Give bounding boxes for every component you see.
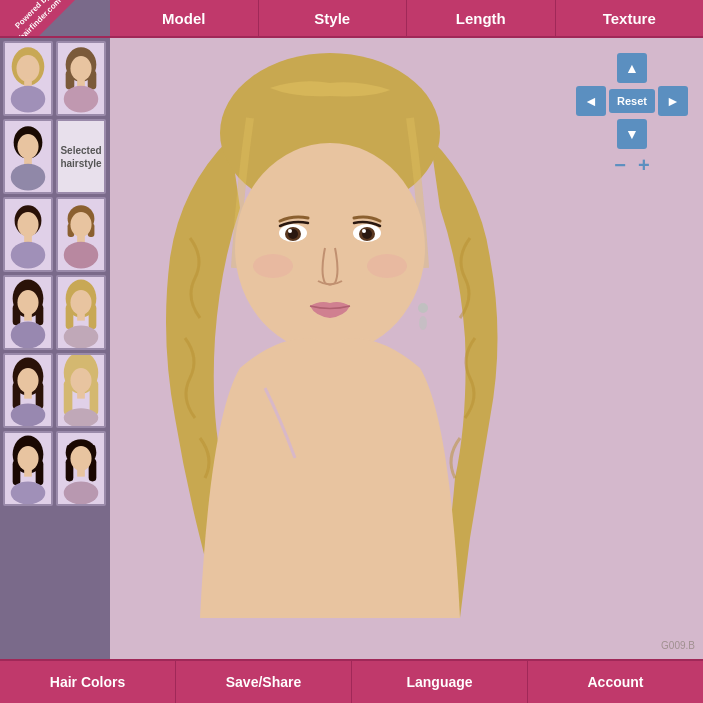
zoom-plus-icon[interactable]: + xyxy=(638,154,650,177)
svg-rect-28 xyxy=(24,313,32,321)
thumbnail-9[interactable] xyxy=(3,353,53,428)
svg-point-23 xyxy=(64,242,99,269)
tab-texture[interactable]: Texture xyxy=(556,0,704,36)
svg-rect-22 xyxy=(77,235,85,243)
svg-point-3 xyxy=(11,86,46,113)
svg-point-33 xyxy=(70,290,91,315)
svg-rect-43 xyxy=(64,380,73,415)
svg-point-15 xyxy=(17,212,38,237)
svg-point-51 xyxy=(17,446,38,471)
thumbnail-3[interactable] xyxy=(3,119,53,194)
svg-point-21 xyxy=(70,212,91,237)
svg-point-60 xyxy=(64,481,99,504)
svg-point-7 xyxy=(70,56,91,81)
watermark: G009.B xyxy=(661,640,695,651)
thumbnail-2[interactable] xyxy=(56,41,106,116)
model-image xyxy=(110,38,550,658)
thumbnail-7[interactable] xyxy=(3,275,53,350)
nav-controls: ▲ ◄ Reset ► ▼ − + xyxy=(576,53,688,177)
thumbnail-12[interactable] xyxy=(56,431,106,506)
tab-style[interactable]: Style xyxy=(259,0,408,36)
tab-model[interactable]: Model xyxy=(110,0,259,36)
svg-point-1 xyxy=(17,55,40,82)
preview-area: ▲ ◄ Reset ► ▼ − + G009.B xyxy=(110,38,703,659)
svg-point-58 xyxy=(70,446,91,471)
nav-up-button[interactable]: ▲ xyxy=(617,53,647,83)
svg-point-11 xyxy=(17,134,38,159)
svg-point-76 xyxy=(419,316,427,330)
svg-rect-12 xyxy=(24,157,32,165)
nav-left-button[interactable]: ◄ xyxy=(576,86,606,116)
svg-point-35 xyxy=(64,325,99,348)
svg-point-64 xyxy=(235,143,425,353)
svg-point-29 xyxy=(11,322,46,349)
thumbnail-6[interactable] xyxy=(56,197,106,272)
svg-point-27 xyxy=(17,290,38,315)
svg-point-73 xyxy=(253,254,293,278)
nav-right-button[interactable]: ► xyxy=(658,86,688,116)
thumbnail-11[interactable] xyxy=(3,431,53,506)
svg-rect-16 xyxy=(24,235,32,243)
svg-point-39 xyxy=(17,368,38,393)
svg-point-17 xyxy=(11,242,46,269)
svg-point-53 xyxy=(11,481,46,504)
svg-rect-46 xyxy=(77,391,85,399)
thumbnail-1[interactable] xyxy=(3,41,53,116)
thumbnail-5[interactable] xyxy=(3,197,53,272)
svg-rect-52 xyxy=(24,469,32,477)
zoom-minus-icon[interactable]: − xyxy=(614,154,626,177)
nav-down-button[interactable]: ▼ xyxy=(617,119,647,149)
svg-rect-40 xyxy=(24,391,32,399)
svg-point-47 xyxy=(64,408,99,427)
bottom-nav-account[interactable]: Account xyxy=(528,661,703,703)
svg-rect-59 xyxy=(77,469,85,477)
thumbnail-10[interactable] xyxy=(56,353,106,428)
svg-point-9 xyxy=(64,86,99,113)
svg-point-41 xyxy=(11,403,46,426)
svg-rect-44 xyxy=(90,380,99,415)
thumbnail-8[interactable] xyxy=(56,275,106,350)
svg-point-75 xyxy=(418,303,428,313)
reset-button[interactable]: Reset xyxy=(609,89,655,113)
svg-rect-34 xyxy=(77,313,85,321)
svg-rect-8 xyxy=(77,79,85,87)
svg-point-13 xyxy=(11,164,46,191)
bottom-nav-hair-colors[interactable]: Hair Colors xyxy=(0,661,176,703)
bottom-nav-language[interactable]: Language xyxy=(352,661,528,703)
svg-point-74 xyxy=(367,254,407,278)
svg-point-72 xyxy=(362,229,366,233)
tab-length[interactable]: Length xyxy=(407,0,556,36)
selected-hairstyle-label: Selected hairstyle xyxy=(56,119,106,194)
svg-point-45 xyxy=(70,368,91,393)
svg-point-68 xyxy=(288,229,292,233)
bottom-nav-save-share[interactable]: Save/Share xyxy=(176,661,352,703)
